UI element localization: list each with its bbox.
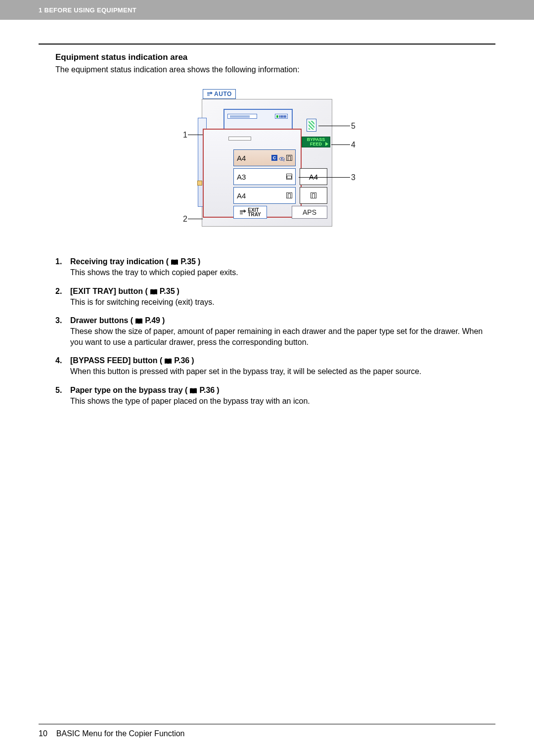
top-rule: [39, 44, 495, 45]
callout-2: 2: [183, 215, 187, 224]
callout-3: 3: [351, 173, 356, 182]
callout-5: 5: [351, 122, 356, 131]
list-item: 2.[EXIT TRAY] button (P.35)This is for s…: [55, 287, 495, 308]
main-body: A4 C 2 A3 A4 A4: [203, 129, 302, 218]
page-reference: P.36: [174, 356, 189, 365]
item-title: [EXIT TRAY] button (P.35): [70, 287, 215, 296]
item-title: [BYPASS FEED] button (P.36): [70, 356, 421, 365]
bypass-paper-type-icon: [307, 119, 316, 132]
aps-button: APS: [292, 206, 327, 219]
svg-rect-4: [153, 289, 154, 294]
callout-line: [331, 144, 350, 145]
page-reference: P.49: [145, 316, 160, 325]
drawer-3: A4: [233, 187, 296, 204]
item-number: 2.: [55, 287, 65, 308]
portrait-icon: [286, 192, 292, 198]
item-description: This shows the type of paper placed on t…: [70, 396, 310, 407]
section-title: Equipment status indication area: [55, 52, 495, 62]
side-drawer-size: A4: [309, 173, 318, 181]
footer-rule: [39, 724, 495, 724]
equipment-diagram: AUTO A4 C 2 A3: [173, 89, 361, 237]
page-reference: P.35: [180, 257, 196, 266]
landscape-icon: [286, 174, 292, 180]
svg-rect-7: [193, 388, 194, 393]
svg-text:2: 2: [283, 159, 285, 162]
callout-line: [188, 219, 203, 219]
section-intro: The equipment status indication area sho…: [55, 65, 495, 74]
svg-rect-6: [168, 359, 169, 364]
color-badge-icon: C: [271, 155, 277, 161]
page-content: Equipment status indication area The equ…: [0, 20, 534, 407]
item-description: These show the size of paper, amount of …: [70, 326, 495, 347]
callout-1: 1: [183, 131, 187, 140]
callout-4: 4: [351, 141, 356, 149]
item-number: 3.: [55, 316, 65, 347]
scanner-unit: [223, 109, 293, 130]
book-icon: [189, 388, 197, 394]
drawer-3-size: A4: [237, 191, 246, 200]
list-item: 1.Receiving tray indication (P.35)This s…: [55, 257, 495, 278]
auto-label: AUTO: [214, 91, 232, 97]
list-item: 5.Paper type on the bypass tray (P.36)Th…: [55, 386, 495, 407]
exit-tray-label: EXIT TRAY: [248, 208, 261, 217]
paper-exit-icon: [239, 209, 246, 216]
svg-point-1: [281, 158, 283, 160]
bypass-feed-button: BYPASS FEED: [302, 137, 330, 147]
svg-rect-3: [174, 260, 175, 265]
item-title: Drawer buttons (P.49): [70, 316, 495, 325]
chapter-header: 1 BEFORE USING EQUIPMENT: [0, 0, 534, 20]
item-description: When this button is pressed with paper s…: [70, 366, 421, 377]
book-icon: [164, 358, 172, 364]
diagram-container: AUTO A4 C 2 A3: [39, 89, 495, 237]
page-footer: 10 BASIC Menu for the Copier Function: [39, 724, 495, 738]
item-number: 4.: [55, 356, 65, 377]
side-drawer-1: A4: [300, 168, 327, 185]
page-number: 10: [39, 729, 47, 738]
item-number: 5.: [55, 386, 65, 407]
drawer-2: A3: [233, 168, 296, 185]
feature-list: 1.Receiving tray indication (P.35)This s…: [55, 257, 495, 407]
bypass-line2: FEED: [310, 142, 322, 146]
item-description: This shows the tray to which copied pape…: [70, 267, 238, 278]
paper-exit-icon: [207, 91, 213, 97]
item-title: Paper type on the bypass tray (P.36): [70, 386, 310, 395]
eye-icon: 2: [279, 155, 285, 161]
drawer-1: A4 C 2: [233, 149, 296, 166]
svg-rect-5: [138, 319, 139, 324]
book-icon: [171, 259, 178, 265]
book-icon: [150, 289, 158, 295]
side-drawer-2: [300, 187, 327, 204]
list-item: 3.Drawer buttons (P.49)These show the si…: [55, 316, 495, 347]
page-reference: P.36: [199, 386, 215, 395]
item-number: 1.: [55, 257, 65, 278]
drawer-2-size: A3: [237, 173, 246, 181]
page-reference: P.35: [160, 287, 175, 296]
callout-line: [299, 177, 350, 178]
book-icon: [135, 318, 143, 324]
item-description: This is for switching receiving (exit) t…: [70, 297, 215, 308]
item-title: Receiving tray indication (P.35): [70, 257, 238, 266]
drawer-1-size: A4: [237, 154, 246, 162]
chapter-title: 1 BEFORE USING EQUIPMENT: [39, 6, 136, 14]
portrait-icon: [286, 155, 292, 161]
portrait-icon: [311, 192, 316, 198]
auto-indicator: AUTO: [203, 89, 236, 99]
exit-tray-button: EXIT TRAY: [233, 206, 267, 219]
callout-line: [318, 126, 350, 126]
callout-line: [188, 135, 203, 135]
list-item: 4.[BYPASS FEED] button (P.36)When this b…: [55, 356, 495, 377]
footer-title: BASIC Menu for the Copier Function: [56, 729, 185, 738]
